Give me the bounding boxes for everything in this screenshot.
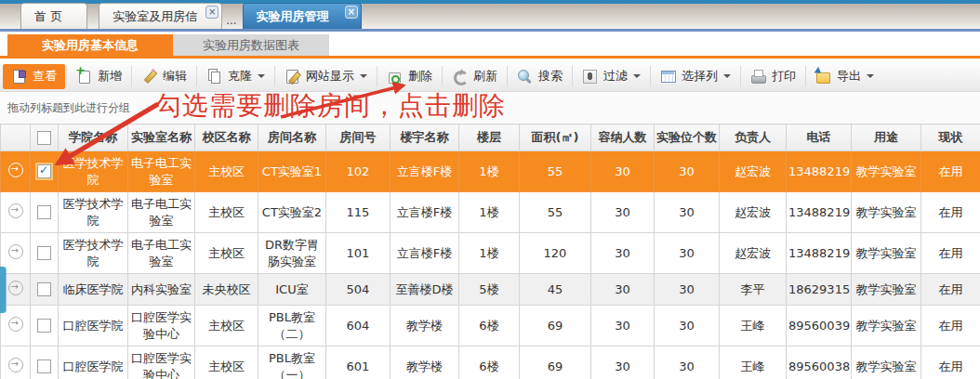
cell[interactable]: 赵宏波 (720, 233, 787, 274)
cell[interactable]: CT实验室2 (258, 192, 326, 233)
cell[interactable]: 医学技术学院 (59, 151, 128, 192)
cell[interactable]: 主校区 (195, 192, 258, 233)
cell[interactable]: 在用 (921, 274, 980, 306)
cell[interactable]: 口腔医学院 (59, 346, 128, 379)
cell[interactable]: 教学实验室 (852, 233, 921, 274)
column-header[interactable]: 学院名称 (59, 124, 128, 151)
toolbar-button-filter[interactable]: 过滤 (574, 64, 649, 89)
column-header[interactable]: 房间号 (326, 124, 391, 151)
toolbar-button-site-display[interactable]: 网站显示 (276, 64, 376, 89)
top-tab-1[interactable]: 实验室及用房信× (99, 3, 222, 29)
cell[interactable]: 立言楼F楼 (391, 151, 459, 192)
column-header[interactable]: 校区名称 (195, 124, 258, 151)
expand-cell[interactable] (1, 192, 31, 233)
cell[interactable]: 1楼 (459, 233, 520, 274)
cell[interactable]: 30 (655, 346, 720, 379)
cell[interactable]: ICU室 (258, 274, 326, 306)
table-row[interactable]: 口腔医学院口腔医学实验中心主校区PBL教室（二）604教学楼6楼693030王峰… (1, 306, 980, 346)
cell[interactable]: 教学实验室 (852, 192, 921, 233)
toolbar-button-refresh[interactable]: 刷新 (444, 64, 506, 89)
checkbox-cell[interactable] (31, 306, 59, 346)
column-header[interactable]: 电话 (787, 124, 852, 151)
column-header[interactable]: 面积(㎡) (520, 124, 591, 151)
cell[interactable]: 教学楼 (391, 306, 459, 346)
column-header[interactable]: 实验室名称 (128, 124, 195, 151)
cell[interactable]: 在用 (921, 346, 980, 379)
cell[interactable]: 内科实验室 (128, 274, 195, 306)
cell[interactable]: 604 (326, 306, 391, 346)
cell[interactable]: 赵宏波 (720, 151, 787, 192)
expand-row-icon[interactable] (8, 281, 23, 295)
cell[interactable]: 在用 (921, 192, 980, 233)
cell[interactable]: 在用 (921, 233, 980, 274)
cell[interactable]: 30 (591, 346, 655, 379)
cell[interactable]: 1348821952 (787, 192, 852, 233)
cell[interactable]: 30 (655, 274, 720, 306)
cell[interactable]: 未央校区 (195, 274, 258, 306)
cell[interactable]: 口腔医学实验中心 (128, 306, 195, 346)
cell[interactable]: 在用 (921, 151, 980, 192)
cell[interactable]: 55 (520, 192, 591, 233)
cell[interactable]: CT实验室1 (258, 151, 326, 192)
table-row[interactable]: 口腔医学院口腔医学实验中心主校区PBL教室（一）601教学楼6楼693030王峰… (1, 346, 980, 379)
cell[interactable]: 30 (655, 151, 720, 192)
checkbox-cell[interactable] (31, 346, 59, 379)
cell[interactable]: 主校区 (195, 346, 258, 379)
column-header[interactable]: 楼层 (459, 124, 520, 151)
expand-row-icon[interactable] (8, 317, 23, 332)
cell[interactable]: 教学实验室 (852, 346, 921, 379)
cell[interactable]: 教学实验室 (852, 274, 921, 306)
table-row[interactable]: 医学技术学院电子电工实验室主校区DR数字胃肠实验室101立言楼F楼1楼12030… (1, 233, 980, 274)
cell[interactable]: 89560039 (787, 306, 852, 346)
toolbar-button-delete[interactable]: 删除 (378, 64, 441, 89)
column-header[interactable]: 房间名称 (258, 124, 326, 151)
cell[interactable]: 1348821952 (787, 233, 852, 274)
cell[interactable]: 89560038 (787, 346, 852, 379)
table-row[interactable]: 临床医学院内科实验室未央校区ICU室504至善楼D楼5楼453030李平1862… (1, 274, 980, 306)
column-header[interactable]: 容纳人数 (591, 124, 655, 151)
cell[interactable]: 1862931557 (787, 274, 852, 306)
checkbox-cell[interactable] (31, 192, 59, 233)
cell[interactable]: 电子电工实验室 (128, 233, 195, 274)
collapsed-panel-handle[interactable] (0, 267, 7, 313)
table-row[interactable]: 医学技术学院电子电工实验室主校区CT实验室2115立言楼F楼1楼553030赵宏… (1, 192, 980, 233)
toolbar-button-add[interactable]: 新增 (68, 64, 130, 89)
cell[interactable]: 口腔医学院 (59, 306, 128, 346)
cell[interactable]: 601 (326, 346, 391, 379)
cell[interactable]: 医学技术学院 (59, 233, 128, 274)
cell[interactable]: 30 (591, 151, 655, 192)
cell[interactable]: 主校区 (195, 306, 258, 346)
cell[interactable]: 口腔医学实验中心 (128, 346, 195, 379)
cell[interactable]: PBL教室（二） (258, 306, 326, 346)
column-header[interactable]: 楼宇名称 (391, 124, 459, 151)
column-header[interactable]: 现状 (921, 124, 980, 151)
cell[interactable]: 30 (591, 233, 655, 274)
cell[interactable]: 69 (520, 306, 591, 346)
cell[interactable]: 在用 (921, 306, 980, 346)
toolbar-button-export[interactable]: 导出 (807, 64, 882, 89)
cell[interactable]: 55 (520, 151, 591, 192)
cell[interactable]: 电子电工实验室 (128, 192, 195, 233)
cell[interactable]: 1楼 (459, 192, 520, 233)
cell[interactable]: 立言楼F楼 (391, 192, 459, 233)
close-icon[interactable]: × (205, 6, 219, 19)
cell[interactable]: 504 (326, 274, 391, 306)
top-tab-0[interactable]: 首 页 (20, 3, 87, 29)
sub-tab-0[interactable]: 实验用房基本信息 (7, 34, 173, 56)
toolbar-button-select-columns[interactable]: 选择列 (652, 64, 739, 89)
column-header[interactable]: 用途 (852, 124, 921, 151)
cell[interactable]: 电子电工实验室 (128, 151, 195, 192)
cell[interactable]: 医学技术学院 (59, 192, 128, 233)
header-checkbox[interactable] (37, 131, 51, 145)
toolbar-button-print[interactable]: 打印 (742, 64, 804, 89)
checkbox-cell[interactable] (31, 233, 59, 274)
cell[interactable]: 115 (326, 192, 391, 233)
cell[interactable]: 至善楼D楼 (391, 274, 459, 306)
cell[interactable]: 120 (520, 233, 591, 274)
expand-row-icon[interactable] (8, 358, 23, 372)
toolbar-button-edit[interactable]: 编辑 (133, 64, 195, 89)
cell[interactable]: 30 (655, 233, 720, 274)
row-checkbox[interactable] (37, 282, 51, 296)
row-checkbox[interactable] (37, 205, 51, 219)
cell[interactable]: 30 (655, 192, 720, 233)
